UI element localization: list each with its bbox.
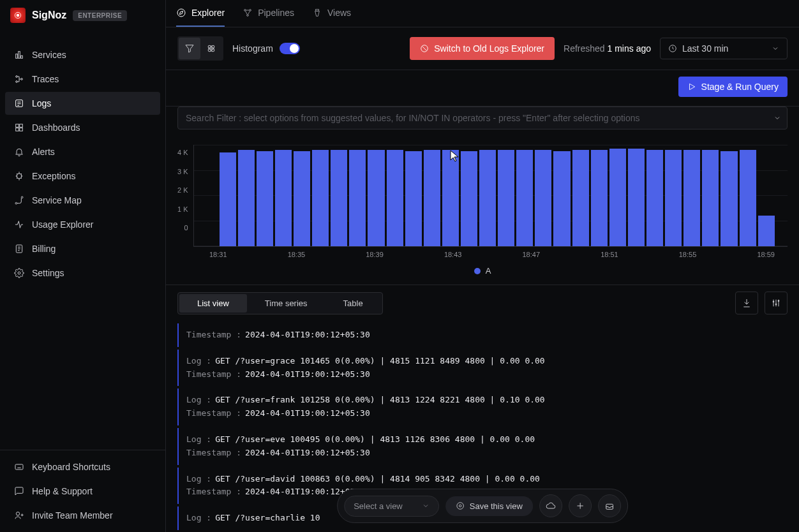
sidebar-item-service-map[interactable]: Service Map xyxy=(5,189,160,212)
footer-invite-team[interactable]: Invite Team Member xyxy=(5,504,160,527)
histogram-bar[interactable] xyxy=(220,152,236,246)
inbox-button[interactable] xyxy=(598,494,621,517)
search-filter-input[interactable] xyxy=(177,107,788,129)
cloud-icon xyxy=(546,501,556,511)
sidebar-item-dashboards[interactable]: Dashboards xyxy=(5,116,160,139)
log-entry[interactable]: Log :GET /?user=frank 101258 0(0.00%) | … xyxy=(177,388,788,425)
time-range-picker[interactable]: Last 30 min xyxy=(660,38,788,59)
histogram-bar[interactable] xyxy=(238,150,255,246)
message-icon xyxy=(14,486,24,496)
sidebar-item-alerts[interactable]: Alerts xyxy=(5,140,160,163)
histogram-bar[interactable] xyxy=(721,151,737,246)
view-select[interactable]: Select a view xyxy=(344,496,439,517)
timestamp-key: Timestamp : xyxy=(186,368,241,381)
histogram-bar[interactable] xyxy=(740,150,756,246)
view-tab-table[interactable]: Table xyxy=(325,294,381,313)
histogram-bar[interactable] xyxy=(294,151,310,246)
histogram-bar[interactable] xyxy=(683,150,700,246)
histogram-bar[interactable] xyxy=(702,150,719,246)
query-mode-atom-button[interactable] xyxy=(200,38,222,59)
brand: SigNoz ENTERPRISE xyxy=(0,0,165,31)
legend-label: A xyxy=(486,266,491,276)
histogram-bar[interactable] xyxy=(312,150,329,246)
download-button[interactable] xyxy=(735,292,758,314)
footer-help-support[interactable]: Help & Support xyxy=(5,480,160,503)
log-entry[interactable]: Timestamp :2024-04-01T19:00:12+05:30 xyxy=(177,323,788,347)
log-key: Log : xyxy=(186,512,211,525)
histogram-bar[interactable] xyxy=(442,150,459,246)
svg-rect-14 xyxy=(16,128,19,131)
log-entry[interactable]: Log :GET /?user=eve 100495 0(0.00%) | 48… xyxy=(177,428,788,465)
sidebar-item-label: Usage Explorer xyxy=(32,219,94,230)
keyboard-icon xyxy=(14,462,24,472)
svg-point-37 xyxy=(16,512,19,515)
bar-chart-icon xyxy=(14,50,24,60)
view-tab-time-series[interactable]: Time series xyxy=(247,294,325,313)
histogram-bar[interactable] xyxy=(553,151,570,246)
top-tabs: Explorer Pipelines Views xyxy=(166,0,799,27)
timestamp-value: 2024-04-01T19:00:12+05:30 xyxy=(245,329,370,342)
sidebar-item-label: Alerts xyxy=(32,147,55,157)
toolbar: Histogram Switch to Old Logs Explorer Re… xyxy=(166,27,799,70)
histogram-bar[interactable] xyxy=(535,150,551,246)
clock-icon xyxy=(668,44,677,53)
log-key: Log : xyxy=(186,355,211,368)
timestamp-value: 2024-04-01T19:00:12+05:30 xyxy=(245,368,370,381)
stage-run-query-button[interactable]: Stage & Run Query xyxy=(678,77,788,97)
add-button[interactable] xyxy=(569,494,592,517)
time-range-label: Last 30 min xyxy=(682,43,728,54)
save-view-button[interactable]: Save this view xyxy=(445,496,533,516)
toggle-knob xyxy=(290,44,299,53)
histogram-bar[interactable] xyxy=(479,150,496,246)
chart-plot[interactable] xyxy=(193,145,788,247)
timestamp-key: Timestamp : xyxy=(186,447,241,460)
view-tab-list[interactable]: List view xyxy=(179,294,247,313)
sliders-button[interactable] xyxy=(765,292,788,314)
histogram-bar[interactable] xyxy=(498,150,514,246)
sidebar-item-exceptions[interactable]: Exceptions xyxy=(5,165,160,188)
svg-point-42 xyxy=(244,10,246,11)
footer-keyboard-shortcuts[interactable]: Keyboard Shortcuts xyxy=(5,455,160,478)
cloud-button[interactable] xyxy=(539,494,562,517)
search-row xyxy=(166,107,799,138)
log-entry[interactable]: Log :GET /?user=grace 101465 0(0.00%) | … xyxy=(177,350,788,387)
sidebar-footer: Keyboard Shortcuts Help & Support Invite… xyxy=(0,450,165,532)
histogram-bar[interactable] xyxy=(349,150,366,246)
histogram-bar[interactable] xyxy=(609,149,626,246)
user-plus-icon xyxy=(14,510,24,521)
sidebar-item-services[interactable]: Services xyxy=(5,43,160,66)
histogram-bar[interactable] xyxy=(758,216,775,246)
histogram-bar[interactable] xyxy=(387,150,403,246)
sidebar-item-traces[interactable]: Traces xyxy=(5,68,160,91)
histogram-bar[interactable] xyxy=(257,151,273,246)
legend-dot xyxy=(474,268,481,274)
svg-rect-3 xyxy=(19,52,20,59)
histogram-bar[interactable] xyxy=(405,151,422,246)
compass-icon xyxy=(176,8,186,18)
histogram-bar[interactable] xyxy=(591,150,608,246)
histogram-bar[interactable] xyxy=(516,150,533,246)
histogram-bar[interactable] xyxy=(461,151,477,246)
query-mode-filter-button[interactable] xyxy=(179,38,200,59)
sidebar-item-logs[interactable]: Logs xyxy=(5,92,160,115)
log-value: GET /?user=david 100863 0(0.00%) | 4814 … xyxy=(215,473,540,486)
histogram-bar[interactable] xyxy=(331,150,347,246)
svg-line-24 xyxy=(21,178,22,179)
histogram-bar[interactable] xyxy=(628,149,645,246)
tab-pipelines[interactable]: Pipelines xyxy=(243,0,294,27)
tab-views[interactable]: Views xyxy=(312,0,351,27)
sidebar-item-settings[interactable]: Settings xyxy=(5,262,160,284)
histogram-bar[interactable] xyxy=(275,150,292,246)
histogram-bar[interactable] xyxy=(665,150,682,246)
histogram-bar[interactable] xyxy=(572,150,589,246)
sidebar-item-label: Traces xyxy=(32,74,59,84)
sidebar-item-billing[interactable]: Billing xyxy=(5,237,160,260)
histogram-bar[interactable] xyxy=(646,150,663,246)
sidebar-item-usage-explorer[interactable]: Usage Explorer xyxy=(5,213,160,236)
histogram-bar[interactable] xyxy=(368,150,384,246)
tab-explorer[interactable]: Explorer xyxy=(176,0,225,27)
histogram-toggle[interactable] xyxy=(280,43,300,54)
traces-icon xyxy=(14,74,24,84)
switch-old-explorer-button[interactable]: Switch to Old Logs Explorer xyxy=(410,37,555,60)
histogram-bar[interactable] xyxy=(424,150,440,246)
